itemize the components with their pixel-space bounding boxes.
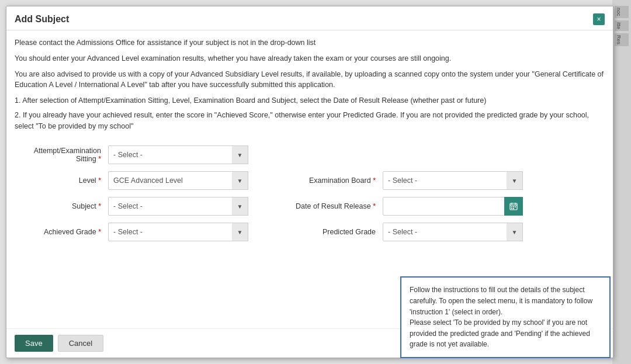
cancel-button[interactable]: Cancel xyxy=(58,335,103,352)
subject-select-wrapper: - Select - ▼ xyxy=(108,197,248,216)
subject-group: Subject * - Select - ▼ xyxy=(15,197,283,216)
info-line-4: 1. After selection of Attempt/Examinatio… xyxy=(15,95,605,106)
predicted-group: Predicted Grade - Select - ▼ xyxy=(283,223,523,241)
date-input-wrapper xyxy=(383,197,523,216)
date-picker-button[interactable] xyxy=(504,197,523,216)
attempt-row: Attempt/Examination Sitting * - Select -… xyxy=(15,145,605,164)
achieved-select-wrapper: - Select - ▼ xyxy=(108,223,248,241)
grade-row: Achieved Grade * - Select - ▼ Predict xyxy=(15,223,605,241)
info-line-5: 2. If you already have your achieved res… xyxy=(15,110,605,132)
calendar-icon xyxy=(509,202,518,210)
subject-label: Subject * xyxy=(15,202,108,210)
achieved-label: Achieved Grade * xyxy=(15,228,108,236)
tooltip-box: Follow the instructions to fill out the … xyxy=(400,276,611,358)
predicted-select[interactable]: - Select - xyxy=(383,223,523,241)
tooltip-text: Follow the instructions to fill out the … xyxy=(410,286,592,348)
subject-date-row: Subject * - Select - ▼ Date of Result xyxy=(15,197,605,216)
page-background: noc itte Res Add Subject × Please contac… xyxy=(0,0,631,364)
info-line-1: Please contact the Admissions Office for… xyxy=(15,37,605,48)
side-tag-1: noc xyxy=(615,6,629,18)
attempt-select[interactable]: - Select - xyxy=(108,145,248,164)
modal-title: Add Subject xyxy=(15,14,69,25)
svg-rect-7 xyxy=(511,208,512,209)
svg-rect-4 xyxy=(511,206,512,207)
date-label: Date of Result Release * xyxy=(283,202,383,210)
attempt-select-wrapper: - Select - ▼ xyxy=(108,145,248,164)
date-group: Date of Result Release * xyxy=(283,197,523,216)
exam-board-group: Examination Board * - Select - ▼ xyxy=(283,171,523,190)
subject-select[interactable]: - Select - xyxy=(108,197,248,216)
modal-header: Add Subject × xyxy=(6,6,613,30)
svg-rect-6 xyxy=(515,206,516,207)
predicted-label: Predicted Grade xyxy=(283,228,383,236)
level-select[interactable]: GCE Advanced Level xyxy=(108,171,248,190)
date-input[interactable] xyxy=(383,197,523,216)
svg-rect-8 xyxy=(513,208,514,209)
attempt-label: Attempt/Examination Sitting * xyxy=(15,147,108,163)
info-line-3: You are also advised to provide us with … xyxy=(15,69,605,91)
level-label: Level * xyxy=(15,176,108,185)
level-select-wrapper: GCE Advanced Level ▼ xyxy=(108,171,248,190)
achieved-select[interactable]: - Select - xyxy=(108,223,248,241)
save-button[interactable]: Save xyxy=(15,335,53,352)
info-line-2: You should enter your Advanced Level exa… xyxy=(15,53,605,64)
achieved-group: Achieved Grade * - Select - ▼ xyxy=(15,223,283,241)
close-button[interactable]: × xyxy=(593,13,605,25)
exam-board-select-wrapper: - Select - ▼ xyxy=(383,171,523,190)
level-examboard-row: Level * GCE Advanced Level ▼ Examinat xyxy=(15,171,605,190)
level-group: Level * GCE Advanced Level ▼ xyxy=(15,171,283,190)
side-tag-2: itte xyxy=(615,20,629,31)
predicted-select-wrapper: - Select - ▼ xyxy=(383,223,523,241)
exam-board-label: Examination Board * xyxy=(283,176,383,185)
form-section: Attempt/Examination Sitting * - Select -… xyxy=(15,141,605,241)
side-tag-3: Res xyxy=(615,33,629,46)
exam-board-select[interactable]: - Select - xyxy=(383,171,523,190)
svg-rect-5 xyxy=(513,206,514,207)
side-panel: noc itte Res xyxy=(612,0,631,364)
